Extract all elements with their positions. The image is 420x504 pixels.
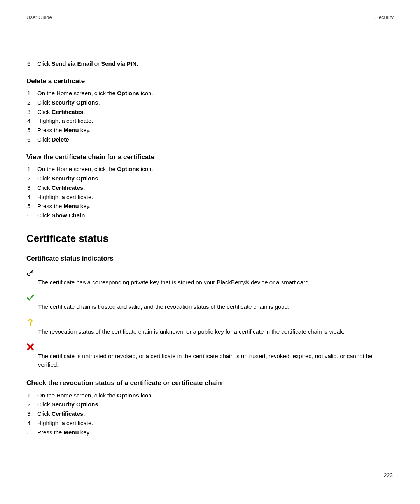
indicator-description: The revocation status of the certificate… xyxy=(38,327,394,336)
section-heading-check: Check the revocation status of a certifi… xyxy=(26,378,394,388)
step-text: Highlight a certificate. xyxy=(37,117,394,125)
page-number: 223 xyxy=(384,471,393,479)
step-number: 4. xyxy=(26,419,37,427)
step-number: 2. xyxy=(26,174,37,183)
indicator-colon: : xyxy=(34,294,36,302)
section-heading-indicators: Certificate status indicators xyxy=(26,254,394,264)
list-item: 3.Click Certificates. xyxy=(26,108,394,116)
list-item: 1.On the Home screen, click the Options … xyxy=(26,391,394,400)
list-item: 1.On the Home screen, click the Options … xyxy=(26,165,394,173)
step-text: Press the Menu key. xyxy=(37,202,394,210)
step-number: 1. xyxy=(26,391,37,400)
step-text: On the Home screen, click the Options ic… xyxy=(37,391,394,400)
step-text: Click Security Options. xyxy=(37,400,394,409)
step-number: 2. xyxy=(26,98,37,107)
steps-delete: 1.On the Home screen, click the Options … xyxy=(26,89,394,144)
indicator-colon: : xyxy=(34,269,36,277)
step-text: Press the Menu key. xyxy=(37,428,394,437)
indicator-colon: : xyxy=(34,343,36,352)
list-item: 3.Click Certificates. xyxy=(26,410,394,418)
step-number: 4. xyxy=(26,117,37,125)
step-number: 6. xyxy=(26,135,37,144)
cross-red-icon xyxy=(26,343,35,351)
list-item: 5.Press the Menu key. xyxy=(26,126,394,135)
step-text: Click Certificates. xyxy=(37,410,394,418)
list-item: 6.Click Show Chain. xyxy=(26,211,394,220)
indicator-colon: : xyxy=(34,318,36,327)
step-text: Click Send via Email or Send via PIN. xyxy=(37,60,394,68)
indicator-row: :The certificate chain is trusted and va… xyxy=(26,294,394,312)
step-text: Click Delete. xyxy=(37,135,394,144)
indicator-description: The certificate has a corresponding priv… xyxy=(38,278,394,287)
section-heading-view: View the certificate chain for a certifi… xyxy=(26,152,394,162)
step-number: 3. xyxy=(26,410,37,418)
list-item: 4.Highlight a certificate. xyxy=(26,419,394,427)
step-text: Click Security Options. xyxy=(37,174,394,183)
steps-check: 1.On the Home screen, click the Options … xyxy=(26,391,394,437)
step-number: 2. xyxy=(26,400,37,409)
step-number: 6. xyxy=(26,211,37,220)
step-text: Click Certificates. xyxy=(37,184,394,192)
step-text: Highlight a certificate. xyxy=(37,193,394,201)
list-item: 5.Press the Menu key. xyxy=(26,428,394,437)
question-yellow-icon xyxy=(26,318,35,326)
indicator-list: :The certificate has a corresponding pri… xyxy=(26,269,394,369)
step-number: 4. xyxy=(26,193,37,201)
header-right: Security xyxy=(375,14,394,21)
step-text: Click Security Options. xyxy=(37,98,394,107)
continued-step-list: 6. Click Send via Email or Send via PIN. xyxy=(26,60,394,68)
step-number: 1. xyxy=(26,165,37,173)
svg-line-2 xyxy=(32,272,33,273)
list-item: 6. Click Send via Email or Send via PIN. xyxy=(26,60,394,68)
step-number: 6. xyxy=(26,60,37,68)
indicator-row: :The certificate has a corresponding pri… xyxy=(26,269,394,287)
svg-line-3 xyxy=(32,271,33,272)
indicator-description: The certificate is untrusted or revoked,… xyxy=(38,352,394,369)
page-title: Certificate status xyxy=(26,231,394,246)
step-number: 3. xyxy=(26,108,37,116)
list-item: 5.Press the Menu key. xyxy=(26,202,394,210)
list-item: 3.Click Certificates. xyxy=(26,184,394,192)
section-heading-delete: Delete a certificate xyxy=(26,77,394,86)
steps-view: 1.On the Home screen, click the Options … xyxy=(26,165,394,220)
indicator-description: The certificate chain is trusted and val… xyxy=(38,303,394,311)
list-item: 4.Highlight a certificate. xyxy=(26,193,394,201)
page-header: User Guide Security xyxy=(26,14,394,21)
list-item: 2.Click Security Options. xyxy=(26,400,394,409)
list-item: 4.Highlight a certificate. xyxy=(26,117,394,125)
step-number: 5. xyxy=(26,428,37,437)
step-number: 3. xyxy=(26,184,37,192)
step-text: On the Home screen, click the Options ic… xyxy=(37,89,394,98)
indicator-row: :The revocation status of the certificat… xyxy=(26,318,394,336)
step-text: On the Home screen, click the Options ic… xyxy=(37,165,394,173)
step-number: 5. xyxy=(26,126,37,135)
key-icon xyxy=(26,269,35,276)
step-number: 5. xyxy=(26,202,37,210)
list-item: 2.Click Security Options. xyxy=(26,174,394,183)
svg-point-4 xyxy=(30,324,31,326)
checkmark-green-icon xyxy=(26,294,35,301)
header-left: User Guide xyxy=(26,14,52,21)
list-item: 6.Click Delete. xyxy=(26,135,394,144)
list-item: 1.On the Home screen, click the Options … xyxy=(26,89,394,98)
list-item: 2.Click Security Options. xyxy=(26,98,394,107)
step-number: 1. xyxy=(26,89,37,98)
step-text: Highlight a certificate. xyxy=(37,419,394,427)
step-text: Click Certificates. xyxy=(37,108,394,116)
step-text: Click Show Chain. xyxy=(37,211,394,220)
indicator-row: :The certificate is untrusted or revoked… xyxy=(26,343,394,369)
step-text: Press the Menu key. xyxy=(37,126,394,135)
